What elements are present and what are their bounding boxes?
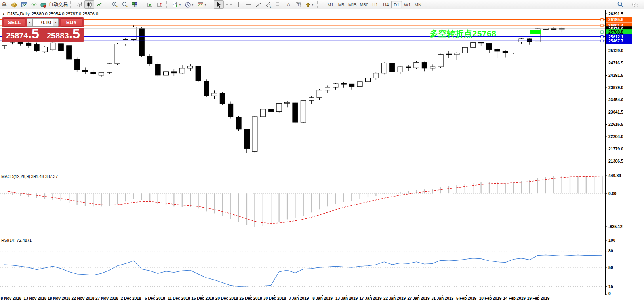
auto-trading-label[interactable]: 自动交易 xyxy=(48,1,69,8)
date-axis-label[interactable]: 2 Dec 2018 xyxy=(121,296,141,301)
line-handle[interactable] xyxy=(601,40,603,42)
timeframe-button-m15[interactable]: M15 xyxy=(347,1,358,8)
period-button[interactable]: ▼ xyxy=(183,0,196,9)
volume-increase-button[interactable]: ▲ xyxy=(53,18,59,27)
date-axis-label[interactable]: 25 Dec 2018 xyxy=(239,296,262,301)
crosshair-tool[interactable] xyxy=(224,0,234,9)
macd-histogram-bar xyxy=(36,193,37,198)
buy-button[interactable]: BUY xyxy=(61,18,82,27)
collapse-panel-icon[interactable]: ▲ xyxy=(2,12,5,16)
date-axis-label[interactable]: 20 Dec 2018 xyxy=(215,296,238,301)
macd-axis-label: 0.00 xyxy=(608,191,617,196)
date-axis-label[interactable]: 5 Feb 2019 xyxy=(456,296,477,301)
signal-icon[interactable] xyxy=(29,0,39,9)
buy-price[interactable]: 25883 .5 xyxy=(43,28,84,42)
timeframe-button-w1[interactable]: W1 xyxy=(402,1,413,8)
highlighted-line-segment[interactable] xyxy=(530,30,541,34)
candlestick-chart-icon[interactable] xyxy=(84,0,94,9)
add-indicator-button[interactable]: ▼ xyxy=(170,0,183,9)
candle-body xyxy=(147,56,152,64)
date-axis-label[interactable]: 22 Nov 2018 xyxy=(72,296,95,301)
candle-body xyxy=(196,66,201,81)
template-button[interactable]: ▼ xyxy=(196,0,208,9)
timeframe-button-m5[interactable]: M5 xyxy=(336,1,347,8)
macd-histogram-bar xyxy=(28,193,29,197)
timeframe-button-h1[interactable]: H1 xyxy=(370,1,381,8)
line-handle[interactable] xyxy=(601,31,603,33)
candle-body xyxy=(406,67,411,68)
line-handle[interactable] xyxy=(601,18,603,21)
date-axis-label[interactable]: 27 Jan 2019 xyxy=(407,296,430,301)
volume-decrease-button[interactable]: ▼ xyxy=(27,18,32,27)
date-axis-label[interactable]: 31 Jan 2019 xyxy=(431,296,454,301)
sell-button[interactable]: SELL xyxy=(4,18,25,27)
date-axis-label[interactable]: 3 Jan 2019 xyxy=(289,296,309,301)
tile-windows-icon[interactable] xyxy=(130,0,139,9)
line-chart-icon[interactable] xyxy=(94,0,104,9)
toolbar-separator xyxy=(106,1,109,8)
macd-histogram-bar xyxy=(190,193,191,207)
date-axis-label[interactable]: 10 Feb 2019 xyxy=(479,296,502,301)
auto-scroll-icon[interactable] xyxy=(145,0,155,9)
toolbar-separator xyxy=(70,1,73,8)
chevron-down-icon: ▼ xyxy=(179,3,182,6)
line-handle[interactable] xyxy=(601,24,603,27)
macd-histogram-bar xyxy=(173,193,174,206)
cursor-tool[interactable] xyxy=(214,0,224,9)
candle-body xyxy=(2,42,7,46)
date-axis-label[interactable]: 11 Dec 2018 xyxy=(168,296,190,301)
timeframe-button-mn[interactable]: MN xyxy=(413,1,423,8)
trendline-tool[interactable] xyxy=(253,0,263,9)
line-handle[interactable] xyxy=(601,36,603,38)
macd-histogram-bar xyxy=(117,193,118,204)
bar-chart-icon[interactable] xyxy=(74,0,84,9)
chat-icon[interactable] xyxy=(630,0,640,9)
auto-trading-icon[interactable] xyxy=(39,0,48,9)
vertical-line-tool[interactable] xyxy=(234,0,244,9)
timeframe-button-h4[interactable]: H4 xyxy=(381,1,391,8)
chart-shift-icon[interactable] xyxy=(155,0,165,9)
date-axis-label[interactable]: 13 Jan 2019 xyxy=(335,296,358,301)
arrows-tool[interactable]: ▼ xyxy=(303,0,316,9)
price-axis-label: 24716.5 xyxy=(608,61,623,65)
date-axis-label[interactable]: 6 Dec 2018 xyxy=(145,296,165,301)
chevron-down-icon: ▼ xyxy=(204,3,207,6)
horizontal-line-tool[interactable] xyxy=(244,0,253,9)
date-axis-label[interactable]: 19 Feb 2019 xyxy=(527,296,550,301)
chevron-down-icon: ▼ xyxy=(191,3,194,6)
macd-histogram-bar xyxy=(537,178,538,193)
chart-window-icon[interactable] xyxy=(19,0,29,9)
date-axis-label[interactable]: 8 Nov 2018 xyxy=(1,296,22,301)
volume-input[interactable]: 0.10 xyxy=(32,18,53,27)
candle-body xyxy=(293,103,298,122)
price-axis-label: 26391.5 xyxy=(608,11,623,16)
channel-tool[interactable]: E xyxy=(263,0,273,9)
text-tool[interactable]: A xyxy=(283,0,293,9)
date-axis-label[interactable]: 16 Dec 2018 xyxy=(191,296,214,301)
fibonacci-tool[interactable]: F xyxy=(273,0,283,9)
timeframe-button-m30[interactable]: M30 xyxy=(358,1,370,8)
date-axis-label[interactable]: 30 Dec 2018 xyxy=(263,296,286,301)
search-icon[interactable] xyxy=(615,0,625,9)
timeframe-button-m1[interactable]: M1 xyxy=(325,1,336,8)
date-axis-label[interactable]: 14 Feb 2019 xyxy=(503,296,526,301)
date-axis-label[interactable]: 8 Jan 2019 xyxy=(312,296,333,301)
zoom-in-icon[interactable] xyxy=(110,0,120,9)
market-watch-icon[interactable] xyxy=(9,0,19,9)
price-axis-label: 21366.5 xyxy=(608,159,623,163)
pivot-annotation-text[interactable]: 多空转折点25768 xyxy=(430,28,496,39)
date-axis-label[interactable]: 13 Nov 2018 xyxy=(24,296,47,301)
candle-body xyxy=(301,100,306,122)
zoom-out-icon[interactable] xyxy=(120,0,130,9)
new-order-button[interactable]: 单 xyxy=(0,0,9,9)
date-axis-label[interactable]: 22 Jan 2019 xyxy=(383,296,406,301)
chart-canvas[interactable]: 26391.525129.024716.524291.523879.023454… xyxy=(0,0,644,305)
sell-price[interactable]: 25874 .5 xyxy=(2,28,43,42)
candle-body xyxy=(212,93,217,96)
date-axis-label[interactable]: 17 Jan 2019 xyxy=(359,296,382,301)
text-label-tool[interactable]: T xyxy=(293,0,303,9)
macd-histogram-bar xyxy=(327,193,328,206)
timeframe-button-d1[interactable]: D1 xyxy=(391,1,402,8)
date-axis-label[interactable]: 18 Nov 2018 xyxy=(48,296,70,301)
date-axis-label[interactable]: 27 Nov 2018 xyxy=(95,296,118,301)
